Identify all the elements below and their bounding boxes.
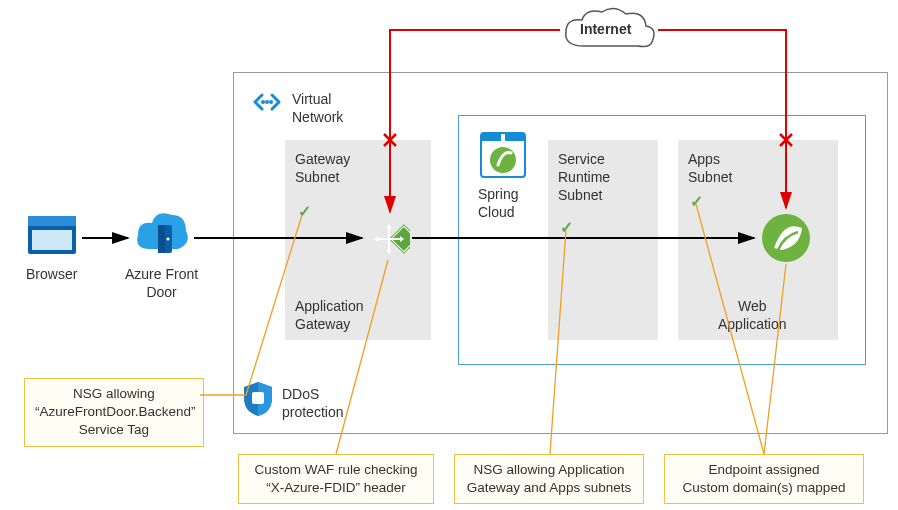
callout-nsg-sc: NSG allowing Application Gateway and App…: [454, 454, 644, 504]
check-icon: ✓: [690, 192, 703, 211]
svg-rect-12: [32, 230, 72, 250]
browser-icon: [24, 210, 80, 260]
svg-point-15: [167, 238, 170, 241]
virtual-network-icon: [250, 85, 284, 119]
gateway-subnet-title: Gateway Subnet: [295, 150, 350, 186]
azure-front-door-label: Azure Front Door: [125, 265, 198, 301]
ddos-protection-icon: [242, 380, 274, 418]
internet-label: Internet: [580, 20, 631, 38]
azure-front-door-icon: [132, 205, 192, 263]
browser-label: Browser: [26, 265, 77, 283]
runtime-subnet-title: Service Runtime Subnet: [558, 150, 610, 205]
callout-endpoint: Endpoint assigned Custom domain(s) mappe…: [664, 454, 864, 504]
svg-rect-11: [28, 216, 76, 226]
svg-point-2: [269, 100, 273, 104]
spring-cloud-label: Spring Cloud: [478, 185, 518, 221]
apps-subnet-title: Apps Subnet: [688, 150, 732, 186]
spring-cloud-icon: [478, 130, 528, 180]
svg-rect-7: [505, 133, 525, 141]
svg-point-1: [265, 100, 269, 104]
check-icon: ✓: [298, 202, 311, 221]
application-gateway-icon: [368, 218, 410, 260]
svg-rect-16: [252, 392, 264, 404]
svg-rect-14: [158, 225, 165, 253]
callout-waf: Custom WAF rule checking “X-Azure-FDID” …: [238, 454, 434, 504]
svg-point-0: [261, 100, 265, 104]
web-application-icon: [760, 212, 812, 264]
application-gateway-label: Application Gateway: [295, 297, 364, 333]
web-application-label: Web Application: [718, 297, 787, 333]
ddos-protection-label: DDoS protection: [282, 385, 343, 421]
svg-rect-6: [481, 133, 501, 141]
svg-point-8: [490, 147, 516, 173]
check-icon: ✓: [560, 218, 573, 237]
callout-nsg-afd: NSG allowing “AzureFrontDoor.Backend” Se…: [24, 378, 204, 447]
virtual-network-label: Virtual Network: [292, 90, 343, 126]
